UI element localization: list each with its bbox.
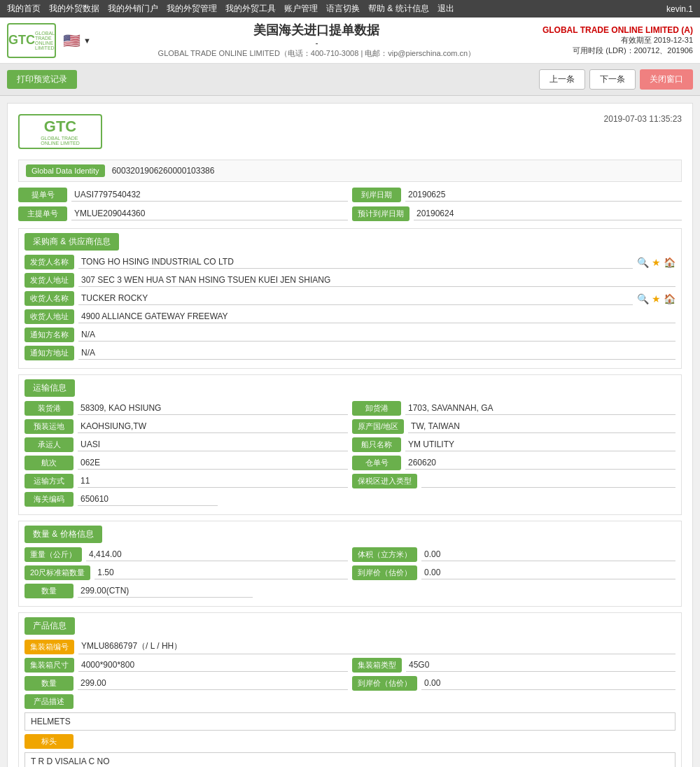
shipper-name-label: 发货人名称 [24,255,74,269]
quantity-title-text: 数量 & 价格信息 [24,526,102,543]
supplier-section-title: 采购商 & 供应商信息 [24,233,676,251]
arrival-date-label: 到岸日期 [352,188,401,202]
close-button[interactable]: 关闭窗口 [640,69,693,90]
doc-header: GTC GLOBAL TRADEONLINE LIMITED 2019-07-0… [18,114,682,149]
prod-desc-label: 产品描述 [24,694,74,709]
receiver-search-icon[interactable]: 🔍 [637,293,649,304]
transport-mode-value: 11 [78,474,348,488]
receiver-addr-value: 4900 ALLIANCE GATEWAY FREEWAY [78,310,676,323]
main-bill-label: 主提单号 [18,206,67,221]
nav-language[interactable]: 语言切换 [326,3,360,15]
quantity-section: 数量 & 价格信息 重量（公斤） 4,414.00 体积（立方米） 0.00 2… [18,521,682,607]
product-section: 产品信息 集装箱编号 YMLU8686797（/ L / HH） 集装箱尺寸 4… [18,612,682,767]
identity-row: Global Data Identity 6003201906260000103… [18,160,682,182]
shipper-star-icon[interactable]: ★ [652,257,661,268]
doc-logo-sub: GLOBAL TRADEONLINE LIMITED [41,136,80,146]
header-subtitle: GLOBAL TRADE ONLINE LIMITED（电话：400-710-3… [158,48,476,59]
transport-title-text: 运输信息 [24,379,75,397]
container-size-field: 集装箱尺寸 4000*900*800 [24,658,348,673]
weight-field: 重量（公斤） 4,414.00 [24,547,348,562]
company-name: GLOBAL TRADE ONLINE LIMITED (A) [542,25,693,35]
nav-account[interactable]: 账户管理 [284,3,318,15]
logo: GTC GLOBAL TRADEONLINE LIMITED [7,23,56,58]
container-num-value: YMLU8686797（/ L / HH） [78,639,676,654]
receiver-house-icon[interactable]: 🏠 [664,293,676,304]
nav-home[interactable]: 我的首页 [7,3,41,15]
voyage-bill-row: 航次 062E 仓单号 260620 [24,456,676,470]
weight-volume-row: 重量（公斤） 4,414.00 体积（立方米） 0.00 [24,547,676,562]
volume-field: 体积（立方米） 0.00 [352,547,676,562]
quantity-value: 299.00(CTN) [78,584,253,598]
main-bill-field: 主提单号 YMLUE209044360 [18,206,348,221]
container-type-field: 集装箱类型 45G0 [352,658,676,673]
bonded-field: 保税区进入类型 [352,474,676,488]
transport-mode-label: 运输方式 [24,474,74,488]
quantity-section-title: 数量 & 价格信息 [24,526,676,543]
customs-code-value: 650610 [78,493,218,506]
nav-tools[interactable]: 我的外贸工具 [225,3,276,15]
transport-bonded-row: 运输方式 11 保税区进入类型 [24,474,676,488]
prod-qty-field: 数量 299.00 [24,676,348,691]
notify-name-label: 通知方名称 [24,328,74,342]
container-size-value: 4000*900*800 [78,659,348,672]
product-section-title: 产品信息 [24,617,676,635]
shipper-name-row: 发货人名称 TONG HO HSING INDUSTRIAL CO LTD 🔍 … [24,255,676,269]
toolbar-right: 上一条 下一条 关闭窗口 [539,69,693,90]
flag-dropdown-icon[interactable]: ▼ [83,36,91,45]
cif-price-label: 到岸价（估价） [352,565,417,580]
header-value: T R D VISALIA C NO [24,752,676,767]
toolbar: 打印预览记录 上一条 下一条 关闭窗口 [0,64,700,96]
port-row: 装货港 58309, KAO HSIUNG 卸货港 1703, SAVANNAH… [24,401,676,416]
shipper-search-icon[interactable]: 🔍 [637,257,649,268]
bonded-label: 保税区进入类型 [352,474,417,488]
print-button[interactable]: 打印预览记录 [7,70,77,89]
identity-value: 6003201906260000103386 [112,166,215,176]
nav-logout[interactable]: 退出 [438,3,454,15]
bill-number-label: 提单号 [18,188,67,202]
quantity-fields: 重量（公斤） 4,414.00 体积（立方米） 0.00 20尺标准箱数量 1.… [19,547,681,598]
logo-text: GTC [8,33,35,48]
twenty-ft-label: 20尺标准箱数量 [24,565,90,580]
username: kevin.1 [666,4,693,14]
shipper-house-icon[interactable]: 🏠 [664,257,676,268]
header-title-block: 美国海关进口提单数据 - GLOBAL TRADE ONLINE LIMITED… [158,22,476,59]
top-navigation: 我的首页 我的外贸数据 我的外销门户 我的外贸管理 我的外贸工具 账户管理 语言… [0,0,700,17]
transport-section-title: 运输信息 [24,379,676,397]
bill-number-value: UASI7797540432 [71,188,348,202]
shipper-addr-value: 307 SEC 3 WEN HUA ST NAN HSING TSUEN KUE… [78,274,676,287]
container-type-value: 45G0 [406,659,676,672]
unloading-port-label: 卸货港 [352,401,401,416]
prod-qty-value: 299.00 [78,677,348,690]
header-label: 标头 [24,734,74,749]
header-logo-area: GTC GLOBAL TRADEONLINE LIMITED 🇺🇸 ▼ [7,23,91,58]
nav-help[interactable]: 帮助 & 统计信息 [368,3,429,15]
time-ldr: 可用时段 (LDR)：200712、201906 [542,45,693,56]
flag-selector[interactable]: 🇺🇸 ▼ [63,32,91,49]
transport-section: 运输信息 装货港 58309, KAO HSIUNG 卸货港 1703, SAV… [18,374,682,515]
weight-value: 4,414.00 [86,548,348,561]
receiver-addr-label: 收货人地址 [24,309,74,324]
prod-desc-value: HELMETS [24,712,676,731]
twenty-ft-cif-row: 20尺标准箱数量 1.50 到岸价（估价） 0.00 [24,565,676,580]
logo-subtitle: GLOBAL TRADEONLINE LIMITED [35,31,55,50]
prod-qty-cif-row: 数量 299.00 到岸价（估价） 0.00 [24,676,676,691]
shipper-addr-row: 发货人地址 307 SEC 3 WEN HUA ST NAN HSING TSU… [24,273,676,288]
vessel-field: 船只名称 YM UTILITY [352,437,676,452]
main-content: GTC GLOBAL TRADEONLINE LIMITED 2019-07-0… [0,96,700,767]
receiver-star-icon[interactable]: ★ [652,293,661,304]
nav-data[interactable]: 我的外贸数据 [49,3,99,15]
notify-addr-value: N/A [78,346,676,360]
quantity-label: 数量 [24,584,74,598]
estimated-arrival-label: 预计到岸日期 [352,206,410,221]
supplier-title-text: 采购商 & 供应商信息 [24,233,119,251]
prev-button[interactable]: 上一条 [539,69,585,90]
next-button[interactable]: 下一条 [589,69,636,90]
voyage-field: 航次 062E [24,456,348,470]
title-dash: - [315,38,318,48]
nav-admin[interactable]: 我的外贸管理 [167,3,217,15]
transport-fields: 装货港 58309, KAO HSIUNG 卸货港 1703, SAVANNAH… [19,401,681,507]
page-header: GTC GLOBAL TRADEONLINE LIMITED 🇺🇸 ▼ 美国海关… [0,17,700,64]
transport-mode-field: 运输方式 11 [24,474,348,488]
nav-portal[interactable]: 我的外销门户 [108,3,158,15]
prod-cif-label: 到岸价（估价） [352,676,417,691]
